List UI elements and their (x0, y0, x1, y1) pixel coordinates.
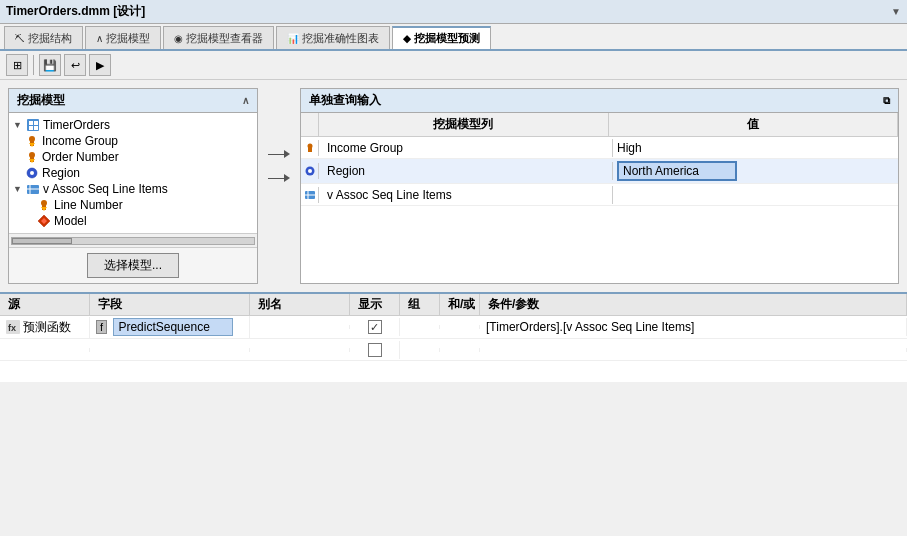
left-panel-footer: 选择模型... (9, 247, 257, 283)
tab-mining-model-label: 挖掘模型 (106, 31, 150, 46)
tree-assoc-seq[interactable]: ▼ v Assoc Seq Line Items (13, 181, 253, 197)
tab-model-viewer-label: 挖掘模型查看器 (186, 31, 263, 46)
tree-assoc-toggle[interactable]: ▼ (13, 184, 23, 194)
col-display: 显示 (350, 294, 400, 315)
bottom-row1-alias (250, 325, 350, 329)
scrollbar-thumb[interactable] (12, 238, 72, 244)
svg-text:fx: fx (8, 323, 16, 333)
col-source: 源 (0, 294, 90, 315)
tree-region[interactable]: Region (25, 165, 253, 181)
right-panel-title: 单独查询输入 (309, 92, 381, 109)
svg-rect-22 (308, 148, 312, 152)
left-panel-collapse-btn[interactable]: ∧ (242, 95, 249, 106)
horizontal-scrollbar[interactable] (9, 233, 257, 247)
tree-order-number-label: Order Number (42, 150, 119, 164)
bottom-row1-andor (440, 325, 480, 329)
svg-rect-3 (29, 126, 33, 130)
tab-model-prediction[interactable]: ◆ 挖掘模型预测 (392, 26, 491, 49)
query-row-assoc[interactable]: v Assoc Seq Line Items (301, 184, 898, 206)
mining-model-icon: ∧ (96, 33, 103, 44)
tree-assoc-icon (26, 182, 40, 196)
row-income-group-icon-cell (301, 140, 319, 156)
select-model-button[interactable]: 选择模型... (87, 253, 179, 278)
row-assoc-model: v Assoc Seq Line Items (319, 186, 613, 204)
svg-rect-4 (34, 126, 38, 130)
left-panel-title: 挖掘模型 ∧ (9, 89, 257, 113)
toolbar-grid-btn[interactable]: ⊞ (6, 54, 28, 76)
toolbar-undo-btn[interactable]: ↩ (64, 54, 86, 76)
tab-mining-structure[interactable]: ⛏ 挖掘结构 (4, 26, 83, 49)
main-panels: 挖掘模型 ∧ ▼ TimerOrders (0, 80, 907, 292)
row-assoc-value-cell (613, 193, 898, 197)
tree-order-number[interactable]: Order Number (25, 149, 253, 165)
bottom-row1-field[interactable]: f (90, 316, 250, 338)
col-alias: 别名 (250, 294, 350, 315)
bottom-row1-group (400, 325, 440, 329)
left-panel: 挖掘模型 ∧ ▼ TimerOrders (8, 88, 258, 284)
bottom-row2-display[interactable] (350, 341, 400, 359)
bottom-col-headers: 源 字段 别名 显示 组 和/或 条件/参数 (0, 294, 907, 316)
svg-marker-18 (41, 207, 47, 211)
title-arrow[interactable]: ▼ (891, 6, 901, 17)
tree-model[interactable]: Model (37, 213, 253, 229)
bottom-row1-display[interactable]: ✓ (350, 318, 400, 336)
col-field: 字段 (90, 294, 250, 315)
row-region-icon (304, 165, 316, 177)
row-income-group-value: High (617, 141, 642, 155)
connector-1 (268, 150, 290, 158)
bottom-row2-field (90, 348, 250, 352)
tab-model-viewer[interactable]: ◉ 挖掘模型查看器 (163, 26, 274, 49)
col-condition: 条件/参数 (480, 294, 907, 315)
toolbar-run-btn[interactable]: ▶ (89, 54, 111, 76)
mining-structure-icon: ⛏ (15, 33, 25, 44)
right-panel: 单独查询输入 ⧉ 挖掘模型列 值 Income Group H (300, 88, 899, 284)
display-checkbox-1[interactable]: ✓ (368, 320, 382, 334)
row-income-group-icon (304, 142, 316, 154)
row-region-value-input[interactable] (617, 161, 737, 181)
scrollbar-track[interactable] (11, 237, 255, 245)
col-group: 组 (400, 294, 440, 315)
tree-line-number[interactable]: Line Number (37, 197, 253, 213)
bottom-row2-alias (250, 348, 350, 352)
bottom-panel: 源 字段 别名 显示 组 和/或 条件/参数 fx 预测函数 f ✓ [Time… (0, 292, 907, 382)
predict-func-icon: fx (6, 320, 20, 334)
display-checkbox-2[interactable] (368, 343, 382, 357)
col-header-value: 值 (609, 113, 899, 136)
tree-model-icon (37, 214, 51, 228)
title-bar: TimerOrders.dmm [设计] ▼ (0, 0, 907, 24)
right-panel-float-btn[interactable]: ⧉ (883, 95, 890, 107)
predict-sequence-input[interactable] (113, 318, 233, 336)
toolbar-separator (33, 55, 34, 75)
bottom-row2-source (0, 348, 90, 352)
tree-order-number-icon (25, 150, 39, 164)
bottom-row-1: fx 预测函数 f ✓ [TimerOrders].[v Assoc Seq L… (0, 316, 907, 339)
bottom-row2-condition (480, 348, 907, 352)
tree-root-toggle[interactable]: ▼ (13, 120, 23, 130)
tree-root-label: TimerOrders (43, 118, 110, 132)
connector-2 (268, 174, 290, 182)
row-region-model: Region (319, 162, 613, 180)
row-region-value-cell[interactable] (613, 159, 898, 183)
row-income-group-value-cell: High (613, 139, 898, 157)
tree-region-label: Region (42, 166, 80, 180)
svg-marker-10 (29, 159, 35, 163)
svg-marker-7 (29, 143, 35, 147)
query-col-headers: 挖掘模型列 值 (301, 113, 898, 137)
tree-area: ▼ TimerOrders Income Group (9, 113, 257, 233)
accuracy-chart-icon: 📊 (287, 33, 299, 44)
tree-income-group[interactable]: Income Group (25, 133, 253, 149)
tab-accuracy-chart-label: 挖掘准确性图表 (302, 31, 379, 46)
tree-income-group-icon (25, 134, 39, 148)
query-row-region[interactable]: Region (301, 159, 898, 184)
query-row-income-group[interactable]: Income Group High (301, 137, 898, 159)
row-region-icon-cell (301, 163, 319, 179)
row-income-group-model: Income Group (319, 139, 613, 157)
tab-mining-model[interactable]: ∧ 挖掘模型 (85, 26, 161, 49)
tab-model-prediction-label: 挖掘模型预测 (414, 31, 480, 46)
toolbar-save-btn[interactable]: 💾 (39, 54, 61, 76)
tree-income-group-label: Income Group (42, 134, 118, 148)
svg-point-24 (308, 169, 312, 173)
tree-root[interactable]: ▼ TimerOrders (13, 117, 253, 133)
tab-accuracy-chart[interactable]: 📊 挖掘准确性图表 (276, 26, 390, 49)
toolbar: ⊞ 💾 ↩ ▶ (0, 51, 907, 80)
